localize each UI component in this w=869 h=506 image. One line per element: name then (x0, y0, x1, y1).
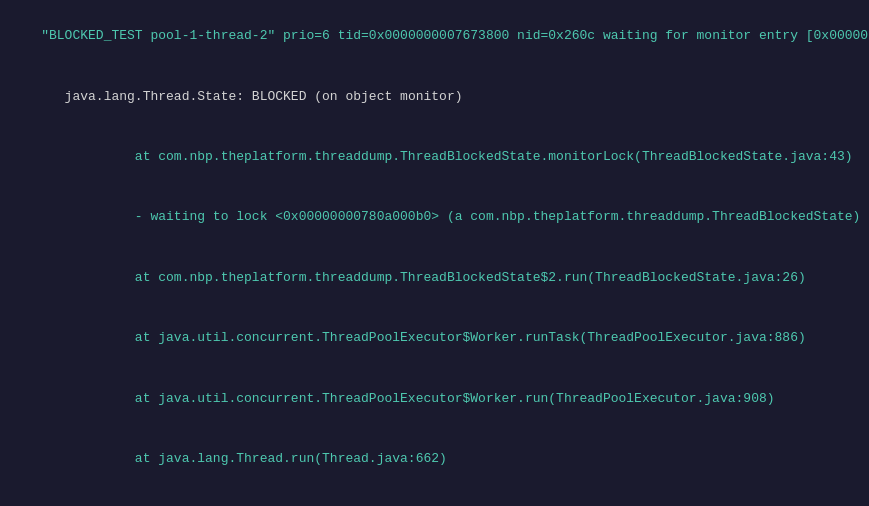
thread1-stack-2: at com.nbp.theplatform.threaddump.Thread… (10, 248, 859, 308)
thread1-header-text: "BLOCKED_TEST pool-1-thread-2" prio=6 ti… (41, 28, 869, 43)
gap1 (10, 489, 859, 506)
thread1-stack-1: - waiting to lock <0x00000000780a000b0> … (10, 187, 859, 247)
thread1-stack-4: at java.util.concurrent.ThreadPoolExecut… (10, 369, 859, 429)
thread1-header: "BLOCKED_TEST pool-1-thread-2" prio=6 ti… (10, 6, 859, 66)
main-content: "BLOCKED_TEST pool-1-thread-2" prio=6 ti… (0, 0, 869, 506)
thread1-stack-3: at java.util.concurrent.ThreadPoolExecut… (10, 308, 859, 368)
thread1-stack-0: at com.nbp.theplatform.threaddump.Thread… (10, 127, 859, 187)
thread1-state-text: java.lang.Thread.State: BLOCKED (on obje… (41, 89, 462, 104)
thread1-stack-5: at java.lang.Thread.run(Thread.java:662) (10, 429, 859, 489)
thread1-state: java.lang.Thread.State: BLOCKED (on obje… (10, 66, 859, 126)
